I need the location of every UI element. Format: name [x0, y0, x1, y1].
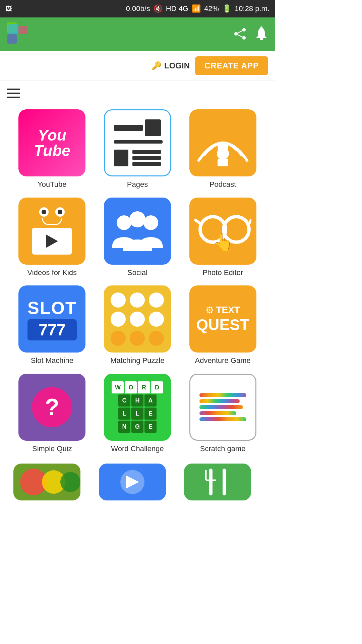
signal-icon: 📶	[192, 4, 201, 13]
key-icon: 🔑	[152, 61, 162, 70]
svg-line-20	[195, 220, 200, 223]
battery-icon: 🔋	[222, 4, 231, 13]
app-item-slot-machine[interactable]: SLOT 777 Slot Machine	[13, 285, 91, 366]
app-label-simple-quiz: Simple Quiz	[32, 444, 72, 454]
logo-icon	[7, 22, 30, 46]
notification-icon: 🖼	[5, 5, 12, 13]
app-item-scratch-game[interactable]: Scratch game	[184, 374, 261, 454]
mute-icon: 🔇	[154, 4, 163, 13]
svg-rect-29	[184, 464, 251, 500]
svg-line-7	[236, 30, 244, 34]
app-label-word-challenge: Word Challenge	[111, 444, 164, 454]
bottom-app-2[interactable]	[99, 464, 166, 500]
svg-point-14	[117, 215, 131, 230]
app-label-photo-editor: Photo Editor	[202, 268, 243, 278]
svg-line-21	[249, 220, 251, 223]
app-item-matching-puzzle[interactable]: Matching Puzzle	[99, 285, 176, 366]
app-icon-word-challenge: W O R D C H A L L E	[104, 374, 171, 441]
clock: 10:28 p.m.	[235, 4, 269, 13]
app-icon-pages	[104, 109, 171, 176]
svg-rect-9	[260, 38, 263, 40]
app-item-text-quest[interactable]: ⚙ TEXT QUEST Adventure Game	[184, 285, 261, 366]
app-icon-social	[104, 198, 171, 265]
create-app-button[interactable]: CREATE APP	[195, 56, 268, 75]
notification-bell-button[interactable]	[255, 26, 268, 42]
status-bar: 🖼 0.00b/s 🔇 HD 4G 📶 42% 🔋 10:28 p.m.	[0, 0, 275, 17]
app-label-matching-puzzle: Matching Puzzle	[110, 356, 164, 366]
svg-rect-3	[18, 26, 27, 34]
app-icon-simple-quiz: ?	[18, 374, 85, 441]
svg-text:👆: 👆	[213, 232, 234, 252]
hamburger-menu[interactable]	[0, 81, 275, 106]
app-label-social: Social	[127, 268, 147, 278]
svg-rect-2	[7, 34, 17, 44]
app-icon-podcast	[189, 109, 256, 176]
svg-point-16	[129, 211, 145, 227]
network-type: HD 4G	[166, 4, 188, 13]
app-item-social[interactable]: Social	[99, 198, 176, 278]
logo[interactable]	[7, 22, 30, 46]
app-icon-matching	[104, 285, 171, 353]
app-icon-videos	[18, 198, 85, 265]
svg-line-8	[236, 34, 244, 38]
svg-rect-12	[218, 159, 228, 166]
app-label-pages: Pages	[127, 180, 148, 190]
top-nav	[0, 17, 275, 51]
app-icon-youtube: YouTube	[18, 109, 85, 176]
app-item-youtube[interactable]: YouTube YouTube	[13, 109, 91, 190]
nav-right	[233, 26, 268, 42]
app-item-videos-kids[interactable]: Videos for Kids	[13, 198, 91, 278]
svg-point-15	[143, 215, 158, 230]
app-item-simple-quiz[interactable]: ? Simple Quiz	[13, 374, 91, 454]
bottom-partial-row	[0, 464, 275, 511]
app-item-podcast[interactable]: Podcast	[184, 109, 261, 190]
app-icon-slot: SLOT 777	[18, 285, 85, 353]
app-label-scratch-game: Scratch game	[200, 444, 246, 454]
app-label-text-quest: Adventure Game	[195, 356, 251, 366]
action-bar: 🔑 LOGIN CREATE APP	[0, 51, 275, 81]
svg-rect-1	[8, 24, 18, 34]
bottom-app-1[interactable]	[13, 464, 80, 500]
app-icon-text-quest: ⚙ TEXT QUEST	[189, 285, 256, 353]
app-item-photo-editor[interactable]: 👆 Photo Editor	[184, 198, 261, 278]
app-label-podcast: Podcast	[209, 180, 236, 190]
network-speed: 0.00b/s	[126, 4, 150, 13]
app-item-word-challenge[interactable]: W O R D C H A L L E	[99, 374, 176, 454]
app-label-videos-kids: Videos for Kids	[27, 268, 77, 278]
app-icon-scratch-game	[189, 374, 256, 441]
share-button[interactable]	[233, 27, 247, 42]
bottom-app-3[interactable]	[184, 464, 251, 500]
svg-point-26	[60, 472, 80, 492]
app-label-youtube: YouTube	[38, 180, 66, 190]
app-label-slot-machine: Slot Machine	[31, 356, 73, 366]
app-grid: YouTube YouTube	[0, 106, 275, 464]
battery-level: 42%	[204, 4, 219, 13]
app-icon-photo: 👆	[189, 198, 256, 265]
login-button[interactable]: 🔑 LOGIN	[152, 61, 190, 70]
svg-point-13	[218, 142, 228, 152]
app-item-pages[interactable]: Pages	[99, 109, 176, 190]
